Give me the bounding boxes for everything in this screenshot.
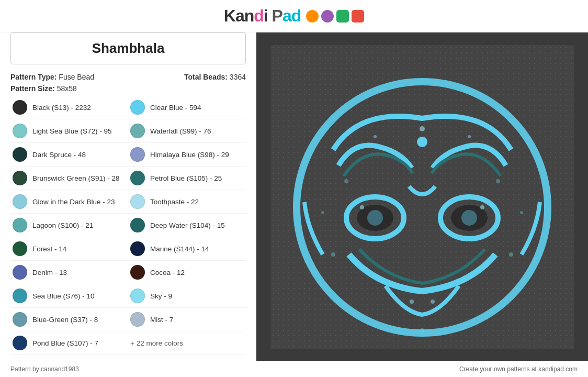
color-label: Denim - 13 [32,269,67,276]
candy-green [336,10,349,23]
pattern-background [270,45,574,349]
main-content: Shambhala Pattern Type: Fuse Bead Total … [0,32,588,361]
svg-point-18 [468,135,471,138]
color-item: Petrol Blue (S105) - 25 [128,167,246,190]
color-swatch [130,218,145,232]
candy-purple [321,10,334,23]
svg-point-8 [360,205,364,209]
color-label: Clear Blue - 594 [150,104,201,112]
color-swatch [13,171,27,185]
svg-point-12 [496,179,500,183]
color-swatch [130,289,145,303]
svg-point-7 [461,210,477,226]
color-item: Deep Water (S104) - 15 [128,214,246,237]
svg-point-16 [431,300,435,304]
svg-point-15 [410,300,414,304]
color-item: Clear Blue - 594 [128,96,246,119]
color-item: Glow in the Dark Blue - 23 [10,190,128,214]
color-label: Blue-Green (S37) - 8 [32,316,98,324]
color-label: Sea Blue (S76) - 10 [32,292,95,300]
svg-point-21 [520,211,523,214]
color-label: Mist - 7 [150,316,173,324]
color-label: Marine (S144) - 14 [150,245,209,253]
total-beads: Total Beads: 3364 [184,73,246,81]
color-label: Brunswick Green (S91) - 28 [32,174,120,182]
color-item: Dark Spruce - 48 [10,143,128,167]
svg-point-20 [321,211,324,214]
color-item: Pond Blue (S107) - 7 [10,331,128,355]
more-colors-item[interactable]: + 22 more colors [128,331,246,355]
footer: Pattern by cannand1983 Create your own p… [0,361,588,377]
color-swatch [130,312,145,327]
color-swatch [130,124,145,138]
svg-point-13 [331,252,335,257]
meta-row-2: Pattern Size: 58x58 [10,84,246,93]
color-item: Light Sea Blue (S72) - 95 [10,119,128,143]
pattern-type: Pattern Type: Fuse Bead [10,73,94,81]
color-label: Cocoa - 12 [150,269,185,276]
color-item: Marine (S144) - 14 [128,237,246,261]
svg-point-19 [420,328,424,332]
color-label: Pond Blue (S107) - 7 [32,339,98,347]
color-item: Forest - 14 [10,237,128,261]
title-box: Shambhala [10,32,246,64]
color-label: Petrol Blue (S105) - 25 [150,174,222,182]
candy-orange [306,10,319,23]
color-label: Black (S13) - 2232 [32,104,91,112]
color-item: Denim - 13 [10,261,128,284]
color-swatch [130,147,145,162]
color-swatch [130,241,145,256]
color-label: Toothpaste - 22 [150,198,199,206]
color-item: Waterfall (S99) - 76 [128,119,246,143]
color-swatch [13,312,27,327]
color-swatch [130,265,145,280]
color-item: Sky - 9 [128,284,246,308]
color-label: Lagoon (S100) - 21 [32,221,93,229]
color-item: Lagoon (S100) - 21 [10,214,128,237]
color-item: Brunswick Green (S91) - 28 [10,167,128,190]
color-swatch [13,147,27,162]
color-label: Himalaya Blue (S98) - 29 [150,151,229,159]
pattern-size: Pattern Size: 58x58 [10,84,77,93]
color-item: Cocoa - 12 [128,261,246,284]
svg-point-4 [367,210,383,226]
svg-point-9 [480,205,484,209]
color-item: Mist - 7 [128,308,246,331]
color-label: Waterfall (S99) - 76 [150,127,211,135]
color-swatch [130,100,145,115]
color-label: Light Sea Blue (S72) - 95 [32,127,112,135]
color-swatch [13,100,27,115]
color-item: Sea Blue (S76) - 10 [10,284,128,308]
svg-point-14 [509,252,513,257]
color-item: Black (S13) - 2232 [10,96,128,119]
footer-right: Create your own patterns at kandipad.com [459,365,578,373]
left-panel: Shambhala Pattern Type: Fuse Bead Total … [0,32,256,361]
color-label: Glow in the Dark Blue - 23 [32,198,115,206]
more-colors[interactable]: + 22 more colors [10,355,246,361]
color-list: Black (S13) - 2232 Clear Blue - 594 Ligh… [10,96,246,355]
footer-left: Pattern by cannand1983 [10,365,79,373]
logo: Kandi Pad [224,6,364,26]
color-swatch [130,194,145,209]
svg-point-11 [344,179,348,183]
color-label: Dark Spruce - 48 [32,151,86,159]
color-item: Blue-Green (S37) - 8 [10,308,128,331]
svg-point-10 [420,126,425,131]
candy-red [352,10,364,23]
color-swatch [13,194,27,209]
color-swatch [13,265,27,280]
color-label: Sky - 9 [150,292,172,300]
pattern-title: Shambhala [18,40,238,57]
color-item: Toothpaste - 22 [128,190,246,214]
color-swatch [130,171,145,185]
color-label: Forest - 14 [32,245,66,253]
color-swatch [13,241,27,256]
meta-row-1: Pattern Type: Fuse Bead Total Beads: 336… [10,73,246,81]
color-swatch [13,336,27,350]
color-label: Deep Water (S104) - 15 [150,221,225,229]
pattern-svg [270,45,574,349]
svg-point-17 [374,135,377,138]
right-panel [256,32,588,361]
color-swatch [13,218,27,232]
color-item: Himalaya Blue (S98) - 29 [128,143,246,167]
